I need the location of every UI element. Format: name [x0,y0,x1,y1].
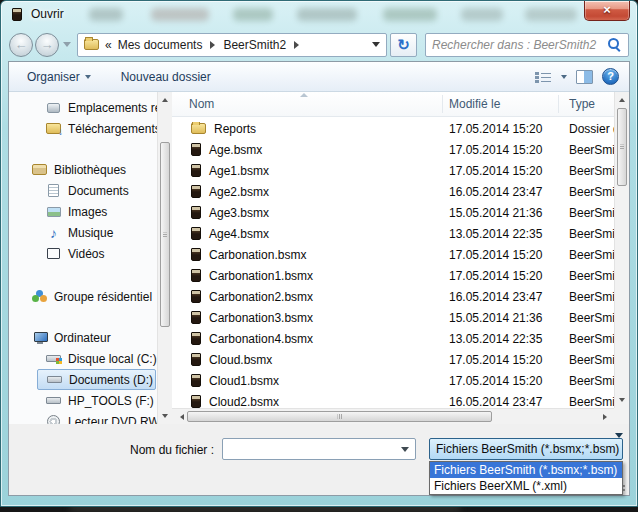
file-name: Carbonation3.bsmx [209,311,313,325]
close-button[interactable]: × [584,1,630,21]
file-row[interactable]: Carbonation3.bsmx 15.05.2014 21:36 BeerS… [172,307,614,328]
sidebar-item-downloads[interactable]: ↓ Téléchargements [9,118,157,139]
file-type: BeerSmith [558,164,614,178]
file-row[interactable]: Carbonation1.bsmx 17.05.2014 15:20 BeerS… [172,265,614,286]
file-row[interactable]: Age.bsmx 17.05.2014 15:20 BeerSmith [172,139,614,160]
download-arrow-icon: ↓ [58,127,63,137]
libraries-icon [32,164,47,175]
breadcrumb-item-beersmith2[interactable]: BeerSmith2 [223,38,286,52]
column-divider[interactable] [558,95,559,113]
sidebar-item-dvd-drive[interactable]: Lecteur DVD RW [9,411,157,424]
column-divider[interactable] [442,95,443,113]
file-modified: 16.05.2014 23:47 [442,185,558,199]
pictures-icon [47,207,61,217]
sidebar-item-libraries[interactable]: Bibliothèques [9,159,157,180]
address-dropdown-icon[interactable] [372,42,380,47]
sidebar-item-hp-tools[interactable]: HP_TOOLS (F:) [9,390,157,411]
scroll-right-icon[interactable] [597,409,612,424]
filename-label: Nom du fichier : [9,443,214,457]
beer-file-icon [191,353,201,366]
sidebar-item-documents-d-selected[interactable]: Documents (D:) [37,369,156,390]
titlebar-blur-artifact [89,8,123,21]
breadcrumb-separator-icon[interactable] [294,41,299,49]
sidebar-item-label: Bibliothèques [54,163,126,177]
filename-input[interactable] [222,438,416,460]
file-type: BeerSmith [558,227,614,241]
file-row[interactable]: Age2.bsmx 16.05.2014 23:47 BeerSmith [172,181,614,202]
scroll-down-icon[interactable] [615,392,629,408]
file-list-scrollbar-thumb[interactable] [617,108,627,186]
column-header-name[interactable]: Nom [189,97,214,111]
filetype-dropdown-icon[interactable] [615,433,623,438]
sidebar-item-pictures[interactable]: Images [9,201,157,222]
file-row[interactable]: Age4.bsmx 13.05.2014 22:35 BeerSmith [172,223,614,244]
sidebar-item-music[interactable]: ♪ Musique [9,222,157,243]
history-dropdown-icon[interactable] [63,42,71,47]
filetype-options-list: Fichiers BeerSmith (*.bsmx;*.bsm) Fichie… [429,461,623,495]
filename-combobox[interactable] [222,438,416,460]
videos-icon [47,248,60,259]
sidebar-item-local-disk-c[interactable]: Disque local (C:) [9,348,157,369]
file-row-reports[interactable]: Reports 17.05.2014 15:20 Dossier de fich… [172,118,614,139]
sidebar-item-documents[interactable]: Documents [9,180,157,201]
file-modified: 15.05.2014 21:36 [442,206,558,220]
organize-button[interactable]: Organiser [19,66,99,88]
file-row[interactable]: Age1.bsmx 17.05.2014 15:20 BeerSmith [172,160,614,181]
filetype-select[interactable]: Fichiers BeerSmith (*.bsmx;*.bsm) [429,438,623,460]
sidebar-item-recent-places[interactable]: Emplacements récents [9,97,157,118]
music-icon: ♪ [50,226,57,240]
sidebar-item-label: Disque local (C:) [68,352,157,366]
breadcrumb-separator-icon[interactable] [210,41,215,49]
views-dropdown-icon[interactable] [561,75,567,79]
sidebar-scrollbar[interactable] [157,92,172,424]
change-view-icon[interactable] [535,71,552,83]
documents-icon [48,184,59,197]
command-toolbar: Organiser Nouveau dossier ? [9,62,629,92]
file-name: Carbonation2.bsmx [209,290,313,304]
refresh-button[interactable]: ↻ [390,33,417,57]
file-list-vertical-scrollbar[interactable] [614,92,629,408]
horizontal-scrollbar-thumb[interactable] [187,411,492,422]
file-row[interactable]: Age3.bsmx 15.05.2014 21:36 BeerSmith [172,202,614,223]
new-folder-label: Nouveau dossier [121,70,211,84]
filetype-option-beersmith[interactable]: Fichiers BeerSmith (*.bsmx;*.bsm) [430,462,622,478]
file-type: BeerSmith [558,311,614,325]
address-bar[interactable]: « Mes documents BeerSmith2 [77,33,387,57]
scrollbar-corner [614,408,629,424]
sidebar-item-homegroup[interactable]: Groupe résidentiel [9,286,157,307]
file-row[interactable]: Carbonation2.bsmx 16.05.2014 23:47 BeerS… [172,286,614,307]
help-icon[interactable]: ? [602,68,619,85]
search-input[interactable] [432,38,607,52]
back-button[interactable]: ← [9,33,33,57]
breadcrumb-item-mes-documents[interactable]: Mes documents [118,38,203,52]
forward-button[interactable]: → [35,33,59,57]
file-name: Cloud2.bsmx [209,395,279,409]
navigation-bar: ← → « Mes documents BeerSmith2 ↻ [9,30,629,59]
scroll-down-icon[interactable] [158,408,172,424]
preview-pane-icon[interactable] [576,70,593,84]
filetype-option-beerxml[interactable]: Fichiers BeerXML (*.xml) [430,478,622,494]
titlebar-blur-artifact [525,8,577,21]
column-header-type[interactable]: Type [569,97,595,111]
titlebar[interactable]: Ouvrir × [1,1,637,29]
file-list-horizontal-scrollbar[interactable] [172,408,614,424]
breadcrumb-overflow-chevron[interactable]: « [105,38,112,52]
scroll-up-icon[interactable] [615,92,629,108]
column-header-modified[interactable]: Modifié le [449,97,500,111]
file-row[interactable]: Carbonation4.bsmx 13.05.2014 22:35 BeerS… [172,328,614,349]
scroll-up-icon[interactable] [158,92,172,108]
file-name: Age3.bsmx [209,206,269,220]
sidebar-item-videos[interactable]: Vidéos [9,243,157,264]
new-folder-button[interactable]: Nouveau dossier [113,66,219,88]
sidebar-scrollbar-thumb[interactable] [160,142,170,327]
sidebar-item-label: Emplacements récents [68,101,157,115]
file-list: Nom Modifié le Type Reports 17.05.2014 1… [172,92,629,424]
search-box[interactable] [425,33,629,57]
file-modified: 17.05.2014 15:20 [442,122,558,136]
sidebar-item-computer[interactable]: Ordinateur [9,327,157,348]
file-name: Cloud.bsmx [209,353,272,367]
file-row[interactable]: Cloud.bsmx 17.05.2014 15:20 BeerSmith [172,349,614,370]
file-row[interactable]: Cloud1.bsmx 17.05.2014 15:20 BeerSmith [172,370,614,391]
filetype-value: Fichiers BeerSmith (*.bsmx;*.bsm) [436,442,619,456]
file-row[interactable]: Carbonation.bsmx 17.05.2014 15:20 BeerSm… [172,244,614,265]
